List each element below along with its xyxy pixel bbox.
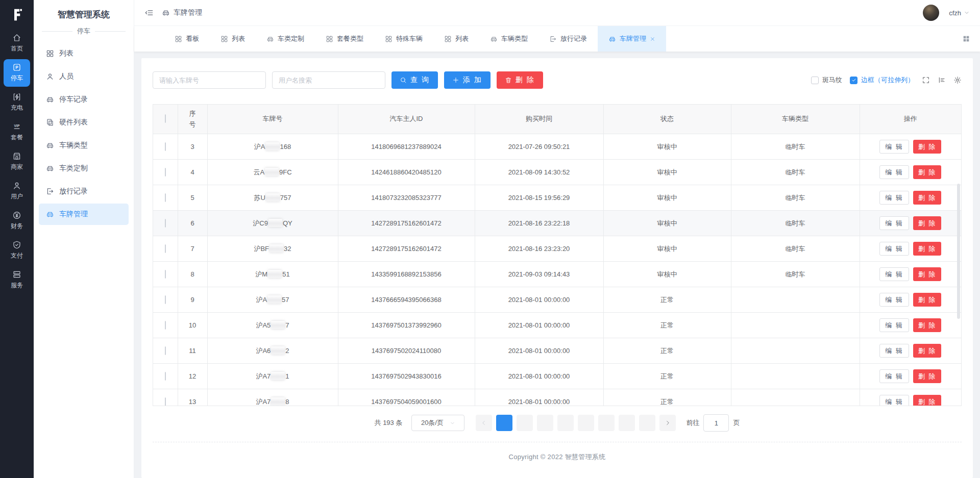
sidebar-menu-item[interactable]: 人员 [39, 66, 129, 87]
row-checkbox[interactable] [165, 372, 166, 381]
row-checkbox[interactable] [165, 295, 166, 304]
tab[interactable]: 套餐类型 [315, 26, 374, 52]
delete-row-button[interactable]: 删 除 [913, 165, 942, 179]
row-checkbox[interactable] [165, 346, 166, 355]
sidebar-menu-item[interactable]: 车牌管理 [39, 204, 129, 225]
tab[interactable]: 车牌管理 [598, 26, 666, 52]
rail-item[interactable]: 停车 [4, 59, 30, 87]
page-size-select[interactable]: 20条/页 [411, 415, 464, 431]
edit-button[interactable]: 编 辑 [879, 318, 909, 332]
page-button[interactable] [517, 415, 533, 431]
tab[interactable]: 列表 [433, 26, 479, 52]
rail-item[interactable]: 充电 [4, 89, 30, 116]
rail-item[interactable]: 套餐 [4, 118, 30, 146]
checkbox-checked[interactable] [850, 77, 857, 84]
border-checkbox[interactable]: 边框（可拉伸列） [850, 76, 914, 85]
page-button[interactable] [496, 415, 512, 431]
checkbox-unchecked[interactable] [811, 77, 819, 84]
page-button[interactable] [598, 415, 615, 431]
rail-item[interactable]: 首页 [4, 30, 30, 57]
zebra-checkbox[interactable]: 斑马纹 [811, 76, 842, 85]
cell-seq: 7 [178, 236, 207, 262]
sidebar-menu: 列表 人员 停车记录 硬件列表 车辆类型 车类定制 放行记录 车牌管理 [34, 43, 134, 227]
cell-plate: 苏U757 [207, 185, 338, 211]
delete-row-button[interactable]: 删 除 [913, 242, 942, 256]
edit-button[interactable]: 编 辑 [879, 267, 909, 281]
car-icon [46, 164, 54, 172]
cell-purchase-time: 2021-08-15 19:56:29 [475, 185, 603, 211]
edit-button[interactable]: 编 辑 [879, 165, 909, 179]
row-checkbox[interactable] [165, 219, 166, 228]
edit-button[interactable]: 编 辑 [879, 140, 909, 154]
tab[interactable]: 放行记录 [538, 26, 598, 52]
edit-button[interactable]: 编 辑 [879, 369, 909, 383]
column-settings-icon[interactable] [938, 76, 946, 84]
app-logo[interactable] [9, 0, 24, 30]
tab[interactable]: 特殊车辆 [374, 26, 433, 52]
delete-row-button[interactable]: 删 除 [913, 140, 942, 154]
plate-redaction [271, 321, 285, 329]
edit-button[interactable]: 编 辑 [879, 191, 909, 205]
tab[interactable]: 车辆类型 [479, 26, 538, 52]
fullscreen-icon[interactable] [922, 76, 930, 84]
delete-row-button[interactable]: 删 除 [913, 344, 942, 358]
rail-item[interactable]: 用户 [4, 178, 30, 205]
page-button[interactable] [537, 415, 553, 431]
page-button[interactable] [619, 415, 635, 431]
tab[interactable]: 看板 [164, 26, 210, 52]
edit-button[interactable]: 编 辑 [879, 242, 909, 256]
sidebar-collapse-icon[interactable] [144, 8, 154, 17]
delete-row-button[interactable]: 删 除 [913, 216, 942, 230]
rail-item[interactable]: 财务 [4, 207, 30, 235]
tab-close-icon[interactable] [650, 36, 655, 42]
tab-options-icon[interactable] [952, 26, 980, 52]
delete-row-button[interactable]: 删 除 [913, 293, 942, 307]
vertical-scrollbar[interactable] [957, 184, 960, 319]
delete-button[interactable]: 删 除 [497, 71, 543, 89]
edit-button[interactable]: 编 辑 [879, 293, 909, 307]
plate-search-input[interactable] [153, 71, 266, 89]
prev-page-button[interactable] [476, 415, 492, 431]
user-avatar[interactable] [923, 5, 939, 21]
username-search-input[interactable] [272, 71, 385, 89]
tab[interactable]: 列表 [210, 26, 256, 52]
page-button[interactable] [639, 415, 655, 431]
row-checkbox[interactable] [165, 270, 166, 279]
row-checkbox[interactable] [165, 244, 166, 253]
next-page-button[interactable] [659, 415, 676, 431]
page-button[interactable] [557, 415, 574, 431]
search-button[interactable]: 查 询 [391, 71, 438, 89]
rail-item[interactable]: 支付 [4, 237, 30, 264]
row-checkbox[interactable] [165, 193, 166, 202]
sidebar-menu-item[interactable]: 放行记录 [39, 181, 129, 202]
delete-row-button[interactable]: 删 除 [913, 369, 942, 383]
row-checkbox[interactable] [165, 397, 166, 406]
row-checkbox[interactable] [165, 142, 166, 151]
edit-button[interactable]: 编 辑 [879, 216, 909, 230]
sidebar-menu-item[interactable]: 车类定制 [39, 158, 129, 179]
sidebar-menu-item[interactable]: 列表 [39, 43, 129, 64]
sidebar-menu-item[interactable]: 车辆类型 [39, 135, 129, 156]
delete-row-button[interactable]: 删 除 [913, 191, 942, 205]
page-button[interactable] [578, 415, 594, 431]
gear-icon[interactable] [953, 76, 962, 84]
table-row: 6 沪C9QY 1427289175162601472 2021-08-16 2… [153, 211, 961, 236]
goto-page-input[interactable] [703, 414, 729, 432]
delete-row-button[interactable]: 删 除 [913, 318, 942, 332]
select-all-checkbox[interactable] [165, 114, 166, 123]
delete-row-button[interactable]: 删 除 [913, 395, 942, 406]
edit-button[interactable]: 编 辑 [879, 395, 909, 406]
cell-purchase-time: 2021-08-16 23:22:18 [475, 211, 603, 236]
row-checkbox[interactable] [165, 321, 166, 330]
rail-item[interactable]: 服务 [4, 266, 30, 294]
tab[interactable]: 车类定制 [256, 26, 315, 52]
grid-icon [175, 35, 182, 43]
delete-row-button[interactable]: 删 除 [913, 267, 942, 281]
edit-button[interactable]: 编 辑 [879, 344, 909, 358]
user-menu[interactable]: cfzh [949, 9, 970, 17]
sidebar-menu-item[interactable]: 硬件列表 [39, 112, 129, 133]
row-checkbox[interactable] [165, 168, 166, 177]
sidebar-menu-item[interactable]: 停车记录 [39, 89, 129, 110]
add-button[interactable]: 添 加 [444, 71, 491, 89]
rail-item[interactable]: 商家 [4, 148, 30, 175]
